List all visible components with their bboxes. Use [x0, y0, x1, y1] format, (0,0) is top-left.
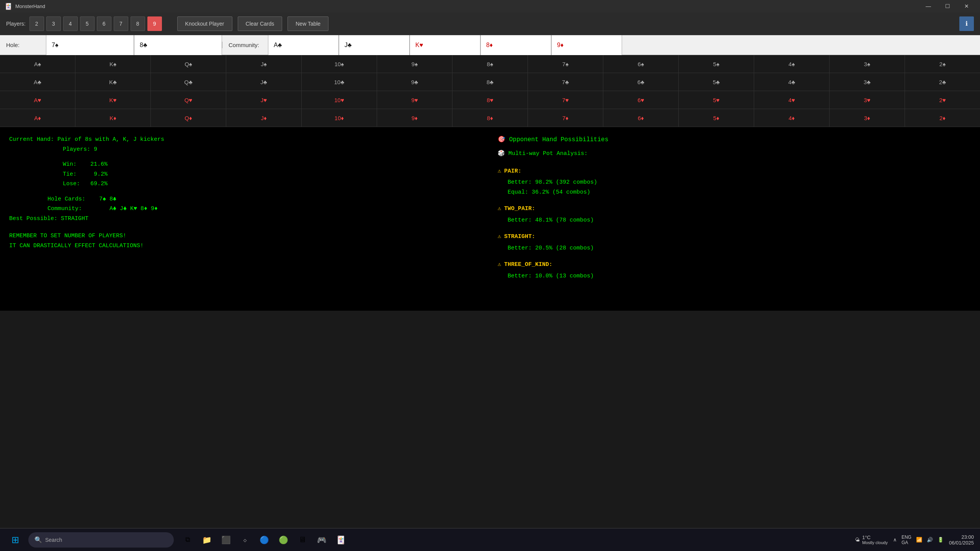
- card-cell[interactable]: A♠: [0, 55, 75, 73]
- player-btn-6[interactable]: 6: [97, 16, 111, 31]
- card-cell[interactable]: K♣: [75, 73, 151, 91]
- card-cell[interactable]: 5♦: [679, 109, 754, 127]
- file-explorer-icon[interactable]: 📁: [198, 531, 215, 548]
- card-cell[interactable]: 10♣: [302, 73, 377, 91]
- search-placeholder: Search: [45, 537, 62, 543]
- win-row: Win: 21.6%: [9, 160, 482, 170]
- game-icon[interactable]: 🎮: [313, 531, 330, 548]
- card-cell[interactable]: 8♠: [452, 55, 528, 73]
- card-cell[interactable]: 4♥: [754, 91, 830, 109]
- terminal-icon[interactable]: ⬛: [217, 531, 234, 548]
- card-cell[interactable]: 9♦: [377, 109, 452, 127]
- player-btn-9[interactable]: 9: [147, 16, 162, 31]
- card-cell[interactable]: 2♥: [905, 91, 980, 109]
- player-btn-4[interactable]: 4: [63, 16, 78, 31]
- warning-icon: ⚠️: [498, 166, 501, 176]
- card-cell[interactable]: K♦: [75, 109, 151, 127]
- knockout-player-button[interactable]: Knockout Player: [177, 16, 232, 31]
- info-button[interactable]: ℹ: [959, 16, 974, 31]
- new-table-button[interactable]: New Table: [287, 16, 328, 31]
- card-cell[interactable]: 7♦: [528, 109, 603, 127]
- reminder-2: IT CAN DRASTICALLY EFFECT CALCULATIONS!: [9, 241, 482, 251]
- card-cell[interactable]: 6♥: [603, 91, 679, 109]
- card-cell[interactable]: J♦: [226, 109, 302, 127]
- community-card-5-input[interactable]: [551, 35, 622, 55]
- minimize-button[interactable]: —: [920, 0, 937, 12]
- card-cell[interactable]: 10♠: [302, 55, 377, 73]
- card-cell[interactable]: A♦: [0, 109, 75, 127]
- card-cell[interactable]: 9♥: [377, 91, 452, 109]
- close-button[interactable]: ✕: [958, 0, 975, 12]
- card-cell[interactable]: 9♠: [377, 55, 452, 73]
- taskbar-search-bar[interactable]: 🔍 Search: [28, 532, 174, 548]
- titlebar-controls: — ☐ ✕: [920, 0, 975, 12]
- hole-card-1-input[interactable]: [46, 35, 134, 55]
- card-cell[interactable]: J♥: [226, 91, 302, 109]
- task-view-icon[interactable]: ⧉: [179, 531, 196, 548]
- card-cell[interactable]: 7♠: [528, 55, 603, 73]
- card-cell[interactable]: 8♥: [452, 91, 528, 109]
- card-cell[interactable]: K♠: [75, 55, 151, 73]
- card-cell[interactable]: Q♣: [151, 73, 226, 91]
- card-cell[interactable]: Q♠: [151, 55, 226, 73]
- warning-icon: ⚠️: [498, 260, 501, 270]
- chrome-icon[interactable]: 🔵: [256, 531, 273, 548]
- card-cell[interactable]: 8♦: [452, 109, 528, 127]
- hole-card-2-input[interactable]: [134, 35, 222, 55]
- card-cell[interactable]: 6♣: [603, 73, 679, 91]
- chrome2-icon[interactable]: 🟢: [275, 531, 292, 548]
- card-cell[interactable]: 4♦: [754, 109, 830, 127]
- card-cell[interactable]: 3♣: [830, 73, 905, 91]
- poker-icon[interactable]: 🃏: [332, 531, 349, 548]
- card-cell[interactable]: Q♥: [151, 91, 226, 109]
- card-cell[interactable]: 5♠: [679, 55, 754, 73]
- card-cell[interactable]: 7♥: [528, 91, 603, 109]
- card-cell[interactable]: A♥: [0, 91, 75, 109]
- player-btn-3[interactable]: 3: [46, 16, 61, 31]
- analysis-area: Current Hand: Pair of 8s with A, K, J ki…: [0, 127, 980, 311]
- card-cell[interactable]: 4♣: [754, 73, 830, 91]
- card-cell[interactable]: 7♣: [528, 73, 603, 91]
- target-icon: 🎯: [498, 135, 505, 145]
- player-btn-2[interactable]: 2: [29, 16, 44, 31]
- maximize-button[interactable]: ☐: [939, 0, 956, 12]
- card-cell[interactable]: 10♦: [302, 109, 377, 127]
- card-cell[interactable]: 6♦: [603, 109, 679, 127]
- clear-cards-button[interactable]: Clear Cards: [238, 16, 283, 31]
- card-cell[interactable]: 10♥: [302, 91, 377, 109]
- card-cell[interactable]: 5♣: [679, 73, 754, 91]
- card-cell[interactable]: 9♣: [377, 73, 452, 91]
- card-cell[interactable]: J♣: [226, 73, 302, 91]
- weather-widget: 🌤 1°C Mostly cloudy: [855, 535, 888, 545]
- card-inputs-bar: Hole: Community:: [0, 35, 980, 55]
- card-cell[interactable]: 4♠: [754, 55, 830, 73]
- card-cell[interactable]: Q♦: [151, 109, 226, 127]
- card-cell[interactable]: 2♣: [905, 73, 980, 91]
- card-cell[interactable]: 3♦: [830, 109, 905, 127]
- player-btn-7[interactable]: 7: [114, 16, 128, 31]
- battery-icon: 🔋: [938, 537, 944, 543]
- card-cell[interactable]: 5♥: [679, 91, 754, 109]
- card-cell[interactable]: K♥: [75, 91, 151, 109]
- community-card-1-input[interactable]: [268, 35, 339, 55]
- start-button[interactable]: ⊞: [6, 531, 24, 549]
- card-cell[interactable]: A♣: [0, 73, 75, 91]
- card-cell[interactable]: J♠: [226, 55, 302, 73]
- two-pair-title: ⚠️ TWO_PAIR:: [498, 204, 971, 214]
- community-card-3-input[interactable]: [410, 35, 480, 55]
- card-cell[interactable]: 3♠: [830, 55, 905, 73]
- clubs-row: A♣ K♣ Q♣ J♣ 10♣ 9♣ 8♣ 7♣ 6♣ 5♣ 4♣ 3♣ 2♣: [0, 73, 980, 91]
- chevron-up-icon[interactable]: ∧: [893, 537, 897, 543]
- player-btn-5[interactable]: 5: [80, 16, 95, 31]
- monitor-icon[interactable]: 🖥: [294, 531, 311, 548]
- unreal-icon[interactable]: ⬦: [237, 531, 253, 548]
- card-cell[interactable]: 2♦: [905, 109, 980, 127]
- community-card-2-input[interactable]: [339, 35, 410, 55]
- card-cell[interactable]: 2♠: [905, 55, 980, 73]
- card-cell[interactable]: 6♠: [603, 55, 679, 73]
- card-cell[interactable]: 8♣: [452, 73, 528, 91]
- community-card-4-input[interactable]: [480, 35, 551, 55]
- player-btn-8[interactable]: 8: [131, 16, 145, 31]
- search-icon: 🔍: [34, 536, 42, 543]
- card-cell[interactable]: 3♥: [830, 91, 905, 109]
